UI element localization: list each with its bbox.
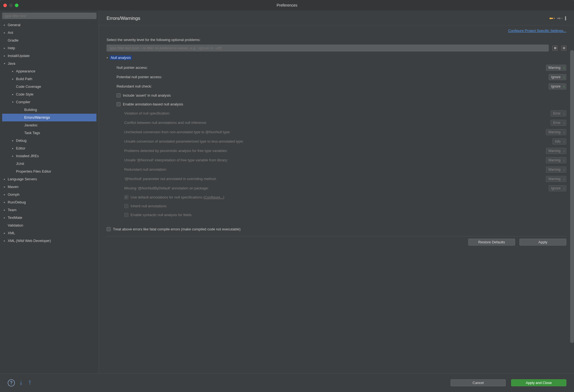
history-forward-button[interactable]: ➡▾ xyxy=(557,15,562,21)
scrollbar-thumb[interactable] xyxy=(570,50,574,343)
traffic-lights xyxy=(3,4,18,7)
preferences-tree: ▸General▸Ant Gradle▸Help▸Install/Update▾… xyxy=(2,21,96,245)
tree-item-label: Oomph xyxy=(8,192,20,197)
tree-item-junit[interactable]: JUnit xyxy=(2,160,96,168)
tree-item-label: Maven xyxy=(8,184,18,190)
null-pointer-select[interactable]: Warning xyxy=(546,65,566,71)
tree-arrow-icon: ▸ xyxy=(12,138,16,143)
cancel-button[interactable]: Cancel xyxy=(451,379,506,386)
tree-item-compiler[interactable]: ▾Compiler xyxy=(2,98,96,106)
tree-item-ant[interactable]: ▸Ant xyxy=(2,29,96,37)
tree-item-gradle[interactable]: Gradle xyxy=(2,37,96,44)
tree-item-label: Install/Update xyxy=(8,53,30,59)
potential-null-select[interactable]: Ignore xyxy=(549,74,566,80)
scrollbar-track[interactable] xyxy=(570,50,573,343)
tree-item-label: Task Tags xyxy=(24,130,40,136)
tree-item-installed-jres[interactable]: ▸Installed JREs xyxy=(2,152,96,160)
tree-item-validation[interactable]: Validation xyxy=(2,222,96,229)
close-window-button[interactable] xyxy=(3,4,7,7)
page-header: Errors/Warnings ⬅▾ ➡▾ ••• xyxy=(99,10,574,25)
export-icon[interactable]: ⭱ xyxy=(28,380,33,386)
tree-item-properties-files-editor[interactable]: Properties Files Editor xyxy=(2,168,96,175)
configure-defaults-link: Configure... xyxy=(205,195,223,199)
sidebar: ▸General▸Ant Gradle▸Help▸Install/Update▾… xyxy=(0,10,99,373)
page-menu-button[interactable]: ••• xyxy=(565,16,566,20)
tree-arrow-icon: ▸ xyxy=(4,176,8,182)
tree-item-editor[interactable]: ▸Editor xyxy=(2,145,96,152)
redundant-anno-label: Redundant null annotation: xyxy=(124,167,167,172)
window-title: Preferences xyxy=(277,3,297,7)
section-header[interactable]: ▾ Null analysis xyxy=(107,55,566,60)
settings-filter-input[interactable] xyxy=(107,45,549,51)
expand-all-icon[interactable]: ⊞ xyxy=(553,46,557,51)
treat-fatal-checkbox[interactable] xyxy=(107,227,111,231)
tree-item-general[interactable]: ▸General xyxy=(2,21,96,29)
tree-item-xml[interactable]: ▸XML xyxy=(2,229,96,237)
help-icon[interactable]: ? xyxy=(8,379,15,386)
tree-item-code-style[interactable]: ▸Code Style xyxy=(2,91,96,98)
syntactic-label: Enable syntactic null analysis for field… xyxy=(131,213,192,217)
tree-arrow-icon: ▸ xyxy=(4,184,8,190)
violation-select: Error xyxy=(551,110,566,116)
tree-item-help[interactable]: ▸Help xyxy=(2,44,96,52)
collapse-all-icon[interactable]: ⊟ xyxy=(561,46,566,51)
history-back-button[interactable]: ⬅▾ xyxy=(549,15,555,21)
tree-item-errors-warnings[interactable]: Errors/Warnings xyxy=(2,114,96,121)
tree-arrow-icon: ▸ xyxy=(4,238,8,244)
tree-item-debug[interactable]: ▸Debug xyxy=(2,137,96,145)
tree-item-textmate[interactable]: ▸TextMate xyxy=(2,214,96,222)
missing-default-select: Ignore xyxy=(549,185,566,191)
inherit-label: Inherit null annotations xyxy=(131,204,167,208)
import-icon[interactable]: ⭳ xyxy=(19,380,24,386)
sidebar-filter-input[interactable] xyxy=(2,13,96,19)
tree-item-label: Appearance xyxy=(16,69,35,74)
zoom-window-button[interactable] xyxy=(15,4,18,7)
apply-button[interactable]: Apply xyxy=(519,239,566,246)
unsafe-conv-select: Info xyxy=(553,138,566,145)
tree-item-language-servers[interactable]: ▸Language Servers xyxy=(2,175,96,183)
section-title: Null analysis xyxy=(110,55,132,60)
enable-annotation-checkbox[interactable] xyxy=(117,102,121,106)
include-assert-checkbox[interactable] xyxy=(117,93,121,97)
redundant-check-select[interactable]: Ignore xyxy=(549,83,566,89)
conflict-select: Error xyxy=(551,120,566,126)
configure-project-link[interactable]: Configure Project Specific Settings... xyxy=(508,29,566,33)
tree-item-appearance[interactable]: ▸Appearance xyxy=(2,67,96,75)
apply-and-close-button[interactable]: Apply and Close xyxy=(511,379,566,386)
restore-defaults-button[interactable]: Restore Defaults xyxy=(468,239,515,246)
redundant-anno-select: Warning xyxy=(546,167,566,173)
tree-item-oomph[interactable]: ▸Oomph xyxy=(2,191,96,198)
tree-item-build-path[interactable]: ▸Build Path xyxy=(2,75,96,83)
tree-item-xml-wild-web-developer-[interactable]: ▸XML (Wild Web Developer) xyxy=(2,237,96,245)
tree-arrow-icon: ▸ xyxy=(4,230,8,236)
tree-item-task-tags[interactable]: Task Tags xyxy=(2,129,96,137)
minimize-window-button[interactable] xyxy=(9,4,13,7)
tree-item-java[interactable]: ▾Java xyxy=(2,60,96,67)
tree-item-label: Validation xyxy=(8,223,23,228)
tree-item-label: Properties Files Editor xyxy=(16,169,51,174)
section-collapse-icon: ▾ xyxy=(107,56,108,59)
tree-item-maven[interactable]: ▸Maven xyxy=(2,183,96,191)
syntactic-checkbox xyxy=(124,213,128,217)
tree-item-label: Team xyxy=(8,207,17,213)
pessimistic-select: Warning xyxy=(546,148,566,154)
pessimistic-label: Problems detected by pessimistic analysi… xyxy=(124,149,228,153)
tree-item-label: Debug xyxy=(16,138,26,143)
tree-item-code-coverage[interactable]: Code Coverage xyxy=(2,83,96,91)
tree-item-label: XML (Wild Web Developer) xyxy=(8,238,51,244)
tree-arrow-icon: ▾ xyxy=(12,99,16,105)
tree-item-label: TextMate xyxy=(8,215,22,220)
unchecked-label: Unchecked conversion from non-annotated … xyxy=(124,130,231,134)
description-label: Select the severity level for the follow… xyxy=(107,38,566,42)
tree-item-javadoc[interactable]: Javadoc xyxy=(2,121,96,129)
main-panel: Errors/Warnings ⬅▾ ➡▾ ••• Configure Proj… xyxy=(99,10,574,373)
redundant-check-label: Redundant null check: xyxy=(117,84,152,88)
tree-item-run-debug[interactable]: ▸Run/Debug xyxy=(2,198,96,206)
tree-item-label: Installed JREs xyxy=(16,153,39,159)
tree-item-building[interactable]: Building xyxy=(2,106,96,114)
tree-arrow-icon: ▸ xyxy=(12,92,16,97)
tree-item-team[interactable]: ▸Team xyxy=(2,206,96,214)
include-assert-label: Include 'assert' in null analysis xyxy=(123,93,171,97)
tree-arrow-icon: ▸ xyxy=(12,76,16,82)
tree-item-install-update[interactable]: ▸Install/Update xyxy=(2,52,96,60)
